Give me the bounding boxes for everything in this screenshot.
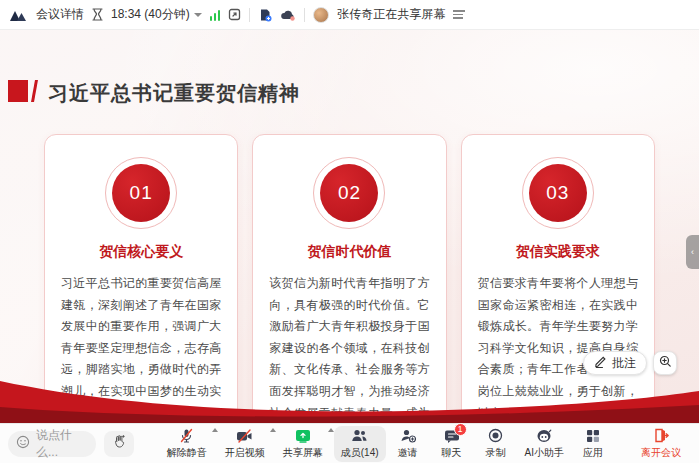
- slide-footer-wave: [0, 377, 699, 423]
- tool-label: 共享屏幕: [283, 446, 323, 460]
- tool-label: 邀请: [398, 446, 418, 460]
- number-ring: 01: [105, 157, 177, 229]
- members-button[interactable]: 成员(14): [334, 426, 386, 462]
- tool-label: 聊天: [442, 446, 462, 460]
- chat-button[interactable]: 1 聊天: [430, 426, 474, 462]
- divider: [304, 8, 305, 22]
- meeting-timer[interactable]: 18:34 (40分钟): [111, 6, 202, 23]
- tool-label: 应用: [583, 446, 603, 460]
- add-document-icon[interactable]: [258, 8, 272, 22]
- record-icon: [488, 428, 503, 444]
- leave-meeting-label: 离开会议: [641, 446, 681, 460]
- meeting-time-text: 18:34 (40分钟): [111, 6, 190, 23]
- tencent-meeting-logo-icon: [10, 9, 28, 21]
- collapse-panel-tab[interactable]: ‹: [686, 235, 699, 269]
- annotation-toolbar: 批注: [583, 351, 677, 375]
- card-title: 贺信核心要义: [61, 243, 221, 261]
- card-title: 贺信实践要求: [478, 243, 638, 261]
- apps-button[interactable]: 应用: [571, 426, 615, 462]
- leave-meeting-icon: [654, 428, 669, 444]
- share-screen-button[interactable]: 共享屏幕: [276, 426, 330, 462]
- tool-label: 开启视频: [225, 446, 265, 460]
- number-ring: 03: [522, 157, 594, 229]
- annotate-button[interactable]: 批注: [583, 351, 647, 375]
- tool-label: 解除静音: [167, 446, 207, 460]
- tool-label: 录制: [486, 446, 506, 460]
- meeting-details-link[interactable]: 会议详情: [36, 6, 84, 23]
- slide-title: 习近平总书记重要贺信精神: [48, 80, 300, 107]
- invite-button[interactable]: 邀请: [386, 426, 430, 462]
- chevron-left-icon: ‹: [691, 247, 694, 257]
- tool-label: AI小助手: [525, 446, 564, 460]
- leave-meeting-button[interactable]: 离开会议: [641, 428, 681, 460]
- unmute-button[interactable]: 解除静音: [160, 426, 214, 462]
- invite-person-icon: [400, 428, 416, 444]
- cloud-record-icon[interactable]: [280, 9, 296, 21]
- card-number-badge: 03: [529, 164, 587, 222]
- pen-icon: [594, 355, 607, 371]
- magnifier-plus-icon: [659, 354, 672, 372]
- ai-assistant-icon: [536, 428, 552, 444]
- sharing-status-text: 张传奇正在共享屏幕: [337, 6, 445, 23]
- number-ring: 02: [313, 157, 385, 229]
- ai-assistant-button[interactable]: AI小助手: [518, 426, 571, 462]
- chat-placeholder-text: 说点什么...: [36, 427, 84, 461]
- hourglass-icon: [92, 8, 103, 21]
- chat-unread-badge: 1: [454, 423, 467, 436]
- title-accent-mark: [8, 78, 38, 108]
- members-icon: [351, 428, 368, 444]
- card-number-badge: 02: [320, 164, 378, 222]
- annotate-label: 批注: [612, 355, 636, 372]
- apps-grid-icon: [586, 428, 600, 444]
- sharing-detail-icon[interactable]: [453, 10, 465, 19]
- start-video-button[interactable]: 开启视频: [218, 426, 272, 462]
- chevron-down-icon: [194, 13, 202, 17]
- tool-label: 成员(14): [341, 446, 379, 460]
- zoom-in-button[interactable]: [653, 351, 677, 375]
- microphone-muted-icon: [179, 428, 194, 444]
- meeting-topbar: 会议详情 18:34 (40分钟) 张传奇正在共享屏幕: [0, 0, 699, 30]
- slide-title-row: 习近平总书记重要贺信精神: [0, 30, 699, 108]
- camera-off-icon: [236, 428, 253, 444]
- card-title: 贺信时代价值: [269, 243, 429, 261]
- meeting-toolbar: 说点什么... 解除静音 开启视频 共享屏幕 成员(14): [0, 423, 699, 463]
- record-button[interactable]: 录制: [474, 426, 518, 462]
- network-signal-icon[interactable]: [210, 9, 221, 21]
- shared-screen-stage: 习近平总书记重要贺信精神 01 贺信核心要义 习近平总书记的重要贺信高屋建瓴，深…: [0, 30, 699, 423]
- quick-chat-input[interactable]: 说点什么...: [8, 431, 96, 457]
- card-number-badge: 01: [112, 164, 170, 222]
- divider: [249, 8, 250, 22]
- smiley-icon: [16, 435, 30, 452]
- raise-hand-icon: [112, 434, 127, 453]
- popout-window-icon[interactable]: [228, 8, 241, 21]
- chat-bubble-icon: 1: [444, 428, 460, 444]
- raise-hand-button[interactable]: [104, 431, 134, 457]
- sharer-avatar: [313, 7, 329, 23]
- share-screen-icon: [295, 428, 311, 444]
